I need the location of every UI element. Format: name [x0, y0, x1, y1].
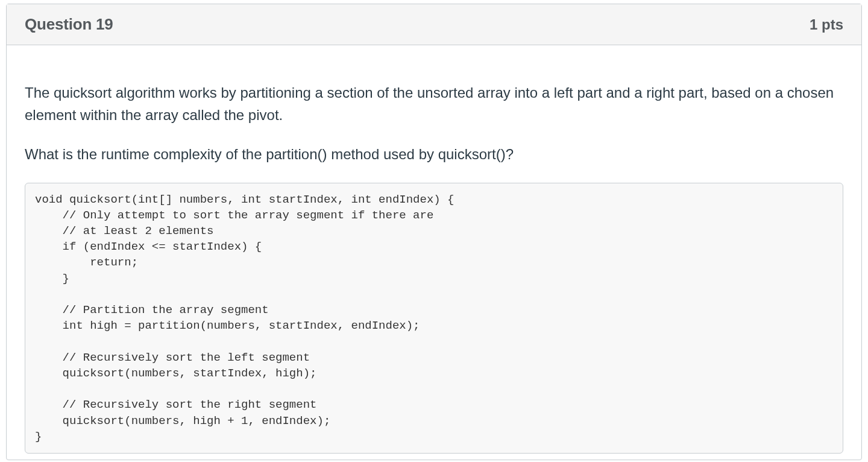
code-block: void quicksort(int[] numbers, int startI… [25, 183, 843, 454]
question-title: Question 19 [25, 15, 113, 34]
question-body: The quicksort algorithm works by partiti… [7, 45, 861, 460]
prompt-paragraph-1: The quicksort algorithm works by partiti… [25, 81, 843, 126]
question-header: Question 19 1 pts [7, 4, 861, 45]
prompt-paragraph-2: What is the runtime complexity of the pa… [25, 143, 843, 165]
question-points: 1 pts [810, 16, 843, 33]
question-card: Question 19 1 pts The quicksort algorith… [6, 4, 862, 460]
